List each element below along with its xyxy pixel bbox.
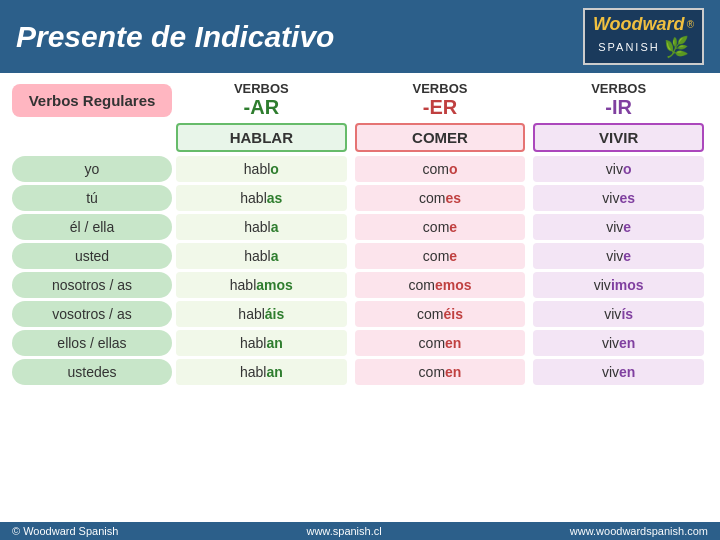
conj-usted-er: come xyxy=(355,243,526,269)
example-vivir: VIVIR xyxy=(533,123,704,152)
ir-header: VERBOS -IR xyxy=(529,81,708,119)
er-ending: -ER xyxy=(351,96,530,119)
table-row: usted habla come vive xyxy=(12,243,708,269)
ir-ending: -IR xyxy=(529,96,708,119)
header: Presente de Indicativo Woodward ® SPANIS… xyxy=(0,0,720,73)
conj-nosotros-ir: vivimos xyxy=(533,272,704,298)
table-row: ustedes hablan comen viven xyxy=(12,359,708,385)
pronoun-vosotros: vosotros / as xyxy=(12,301,172,327)
conj-yo-ir: vivo xyxy=(533,156,704,182)
conj-ustedes-ar: hablan xyxy=(176,359,347,385)
footer: © Woodward Spanish www.spanish.cl www.wo… xyxy=(0,522,720,540)
conj-tu-ir: vives xyxy=(533,185,704,211)
conj-el-ar: habla xyxy=(176,214,347,240)
example-comer: COMER xyxy=(355,123,526,152)
logo-spanish: SPANISH xyxy=(598,41,659,53)
conj-ustedes-er: comen xyxy=(355,359,526,385)
conj-vosotros-ar: habláis xyxy=(176,301,347,327)
conj-ustedes-ir: viven xyxy=(533,359,704,385)
example-row: HABLAR COMER VIVIR xyxy=(12,123,708,152)
conj-nosotros-ar: hablamos xyxy=(176,272,347,298)
pronoun-ellos: ellos / ellas xyxy=(12,330,172,356)
table-row: tú hablas comes vives xyxy=(12,185,708,211)
example-empty xyxy=(16,123,168,152)
pronoun-usted: usted xyxy=(12,243,172,269)
footer-left: © Woodward Spanish xyxy=(12,525,118,537)
column-headers: Verbos Regulares VERBOS -AR VERBOS -ER V… xyxy=(12,81,708,119)
leaf-icon: 🌿 xyxy=(664,35,689,59)
pronoun-yo: yo xyxy=(12,156,172,182)
pronoun-el-ella: él / ella xyxy=(12,214,172,240)
conj-ellos-ir: viven xyxy=(533,330,704,356)
ir-verbos-label: VERBOS xyxy=(529,81,708,96)
logo-box: Woodward ® SPANISH 🌿 xyxy=(583,8,704,65)
footer-right: www.woodwardspanish.com xyxy=(570,525,708,537)
conj-el-ir: vive xyxy=(533,214,704,240)
conj-tu-er: comes xyxy=(355,185,526,211)
conj-usted-ar: habla xyxy=(176,243,347,269)
conj-yo-er: como xyxy=(355,156,526,182)
conj-yo-ar: hablo xyxy=(176,156,347,182)
main-content: Verbos Regulares VERBOS -AR VERBOS -ER V… xyxy=(0,73,720,522)
footer-center: www.spanish.cl xyxy=(306,525,381,537)
logo-name: Woodward xyxy=(593,14,685,35)
conj-nosotros-er: comemos xyxy=(355,272,526,298)
table-row: yo hablo como vivo xyxy=(12,156,708,182)
pronoun-ustedes: ustedes xyxy=(12,359,172,385)
conj-vosotros-ir: vivís xyxy=(533,301,704,327)
pronoun-nosotros: nosotros / as xyxy=(12,272,172,298)
conj-usted-ir: vive xyxy=(533,243,704,269)
page-title: Presente de Indicativo xyxy=(16,20,334,54)
verbos-regulares-label: Verbos Regulares xyxy=(12,84,172,117)
table-row: nosotros / as hablamos comemos vivimos xyxy=(12,272,708,298)
conj-ellos-ar: hablan xyxy=(176,330,347,356)
table-row: ellos / ellas hablan comen viven xyxy=(12,330,708,356)
pronoun-tu: tú xyxy=(12,185,172,211)
er-header: VERBOS -ER xyxy=(351,81,530,119)
table-row: él / ella habla come vive xyxy=(12,214,708,240)
conj-vosotros-er: coméis xyxy=(355,301,526,327)
ar-ending: -AR xyxy=(172,96,351,119)
conj-ellos-er: comen xyxy=(355,330,526,356)
ar-verbos-label: VERBOS xyxy=(172,81,351,96)
er-verbos-label: VERBOS xyxy=(351,81,530,96)
conj-tu-ar: hablas xyxy=(176,185,347,211)
ar-header: VERBOS -AR xyxy=(172,81,351,119)
main-container: Presente de Indicativo Woodward ® SPANIS… xyxy=(0,0,720,540)
conjugation-rows: yo hablo como vivo tú hablas comes vives… xyxy=(12,156,708,518)
example-hablar: HABLAR xyxy=(176,123,347,152)
logo-registered: ® xyxy=(687,19,694,30)
conj-el-er: come xyxy=(355,214,526,240)
table-row: vosotros / as habláis coméis vivís xyxy=(12,301,708,327)
